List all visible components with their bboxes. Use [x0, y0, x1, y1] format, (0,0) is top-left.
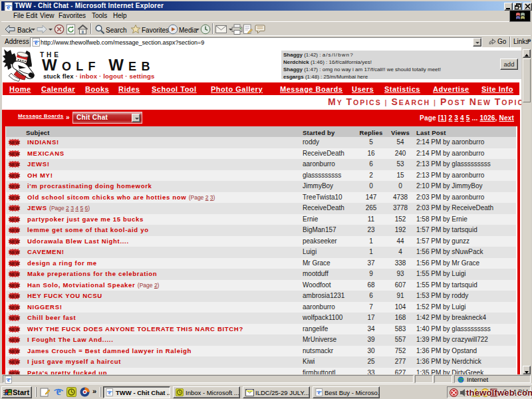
svg-text:NEW: NEW: [9, 272, 20, 277]
svg-text:NEW: NEW: [9, 250, 20, 255]
svg-text:NEW: NEW: [9, 348, 20, 353]
svg-text:e: e: [56, 386, 61, 397]
svg-text:e: e: [318, 389, 321, 396]
svg-text:NEW: NEW: [9, 173, 20, 178]
svg-text:NEW: NEW: [9, 360, 20, 364]
svg-text:NEW: NEW: [9, 283, 20, 287]
svg-text:NEW: NEW: [9, 206, 20, 211]
svg-text:NEW: NEW: [9, 151, 20, 156]
svg-text:NEW: NEW: [9, 162, 20, 167]
svg-text:NEW: NEW: [9, 338, 20, 342]
svg-text:NEW: NEW: [9, 195, 20, 200]
svg-text:e: e: [7, 3, 10, 11]
svg-text:e: e: [108, 389, 111, 396]
svg-text:NEW: NEW: [9, 228, 20, 233]
svg-text:e: e: [7, 376, 10, 383]
svg-text:NEW: NEW: [9, 261, 20, 265]
svg-text:NEW: NEW: [9, 305, 20, 309]
svg-text:e: e: [35, 39, 38, 46]
svg-text:NEW: NEW: [9, 294, 20, 299]
svg-text:NEW: NEW: [9, 217, 20, 221]
svg-text:NEW: NEW: [9, 184, 20, 189]
svg-text:NEW: NEW: [9, 327, 20, 331]
svg-text:NEW: NEW: [9, 140, 20, 145]
svg-text:NEW: NEW: [9, 316, 20, 321]
svg-text:NEW: NEW: [9, 239, 20, 243]
